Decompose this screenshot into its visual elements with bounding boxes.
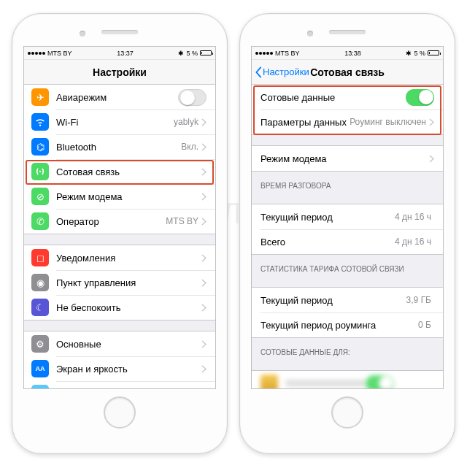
row-label: Оператор bbox=[56, 216, 166, 227]
cellular-icon bbox=[31, 163, 49, 180]
speaker-grill bbox=[329, 30, 366, 34]
signal-dots-icon bbox=[255, 52, 273, 55]
screen-left: MTS BY 13:37 ✱ 5 % Настройки ✈ Авиарежим bbox=[23, 46, 216, 389]
camera-dot bbox=[307, 31, 313, 37]
row-cellular[interactable]: Сотовая связь bbox=[24, 159, 215, 184]
row-label: Всего bbox=[260, 237, 395, 247]
hotspot-icon: ⊘ bbox=[31, 188, 49, 205]
cellular-data-toggle[interactable] bbox=[406, 89, 434, 106]
row-app-1[interactable] bbox=[252, 371, 443, 388]
display-icon: AA bbox=[31, 360, 49, 377]
group-header-cellular-apps: СОТОВЫЕ ДАННЫЕ ДЛЯ: bbox=[252, 338, 443, 360]
cellular-settings-list[interactable]: Сотовые данные Параметры данных Роуминг … bbox=[252, 85, 443, 388]
row-dnd[interactable]: ☾ Не беспокоить bbox=[24, 295, 215, 320]
settings-list[interactable]: ✈ Авиарежим Wi-Fi yablyk ⌬ Bluetooth Вкл… bbox=[24, 85, 215, 388]
bluetooth-icon: ✱ bbox=[178, 50, 184, 57]
chevron-right-icon bbox=[201, 168, 207, 176]
row-value: 3,9 ГБ bbox=[406, 295, 431, 305]
row-value: Вкл. bbox=[181, 142, 198, 152]
row-value: yablyk bbox=[174, 117, 198, 127]
row-general[interactable]: ⚙ Основные bbox=[24, 331, 215, 356]
bluetooth-icon: ✱ bbox=[406, 50, 412, 57]
chevron-right-icon bbox=[429, 118, 434, 126]
chevron-right-icon bbox=[201, 304, 207, 312]
row-lifetime-talk: Всего 4 дн 16 ч bbox=[252, 229, 443, 254]
status-bar: MTS BY 13:38 ✱ 5 % bbox=[252, 47, 443, 60]
moon-icon: ☾ bbox=[31, 299, 49, 316]
screen-right: MTS BY 13:38 ✱ 5 % Настройки Сотовая свя… bbox=[251, 46, 444, 389]
row-label: Wi-Fi bbox=[56, 117, 174, 128]
phone-right: MTS BY 13:38 ✱ 5 % Настройки Сотовая свя… bbox=[239, 13, 455, 454]
control-center-icon: ◉ bbox=[31, 274, 49, 291]
row-cellular-data[interactable]: Сотовые данные bbox=[252, 85, 443, 110]
row-label: Сотовая связь bbox=[56, 166, 201, 177]
chevron-right-icon bbox=[201, 340, 207, 348]
status-bar: MTS BY 13:37 ✱ 5 % bbox=[24, 47, 215, 60]
row-value: MTS BY bbox=[166, 216, 198, 226]
chevron-right-icon bbox=[201, 218, 207, 226]
battery-icon bbox=[200, 50, 212, 55]
row-hotspot[interactable]: ⊘ Режим модема bbox=[24, 184, 215, 209]
page-title: Настройки bbox=[93, 66, 147, 78]
chevron-right-icon bbox=[429, 155, 434, 163]
row-label: Уведомления bbox=[56, 253, 201, 264]
row-label bbox=[285, 380, 366, 387]
group-header-data-stats: СТАТИСТИКА ТАРИФА СОТОВОЙ СВЯЗИ bbox=[252, 255, 443, 277]
phone-icon: ✆ bbox=[31, 212, 49, 230]
row-current-period-roaming: Текущий период роуминга 0 Б bbox=[252, 312, 443, 337]
row-data-options[interactable]: Параметры данных Роуминг выключен bbox=[252, 110, 443, 134]
group-header-talk-time: ВРЕМЯ РАЗГОВОРА bbox=[252, 172, 443, 193]
battery-percent: 5 % bbox=[414, 50, 425, 57]
speaker-grill bbox=[101, 30, 138, 34]
chevron-right-icon bbox=[201, 279, 207, 287]
row-display[interactable]: AA Экран и яркость bbox=[24, 356, 215, 381]
battery-percent: 5 % bbox=[186, 50, 198, 57]
navbar: Настройки Сотовая связь bbox=[252, 60, 443, 85]
chevron-right-icon bbox=[201, 365, 207, 373]
row-label: Основные bbox=[56, 339, 201, 350]
row-wallpaper[interactable]: ✿ Обои bbox=[24, 381, 215, 388]
app-icon-blurred bbox=[260, 375, 278, 388]
carrier-label: MTS BY bbox=[47, 50, 72, 57]
airplane-toggle[interactable] bbox=[178, 89, 207, 106]
row-control-center[interactable]: ◉ Пункт управления bbox=[24, 270, 215, 295]
row-value: 4 дн 16 ч bbox=[395, 212, 431, 222]
row-notifications[interactable]: ◻ Уведомления bbox=[24, 245, 215, 270]
row-label: Обои bbox=[56, 388, 201, 389]
chevron-right-icon bbox=[201, 143, 207, 151]
row-airplane[interactable]: ✈ Авиарежим bbox=[24, 85, 215, 110]
row-current-period-data: Текущий период 3,9 ГБ bbox=[252, 288, 443, 312]
wifi-icon bbox=[31, 113, 49, 131]
row-label: Сотовые данные bbox=[260, 92, 406, 103]
row-label: Параметры данных bbox=[260, 117, 350, 128]
notifications-icon: ◻ bbox=[31, 249, 49, 266]
clock: 13:38 bbox=[344, 50, 361, 57]
clock: 13:37 bbox=[117, 50, 134, 57]
chevron-right-icon bbox=[201, 254, 207, 262]
camera-dot bbox=[80, 31, 85, 37]
chevron-right-icon bbox=[201, 118, 207, 126]
row-label: Bluetooth bbox=[56, 142, 181, 153]
row-wifi[interactable]: Wi-Fi yablyk bbox=[24, 110, 215, 134]
signal-dots-icon bbox=[28, 52, 45, 55]
app-toggle[interactable] bbox=[366, 375, 394, 389]
gear-icon: ⚙ bbox=[31, 335, 49, 353]
row-label: Экран и яркость bbox=[56, 364, 201, 375]
back-button[interactable]: Настройки bbox=[255, 66, 309, 78]
wallpaper-icon: ✿ bbox=[31, 385, 49, 388]
row-current-period-talk: Текущий период 4 дн 16 ч bbox=[252, 204, 443, 229]
battery-icon bbox=[428, 50, 439, 55]
row-label: Авиарежим bbox=[56, 92, 178, 103]
row-label: Текущий период роуминга bbox=[260, 320, 418, 331]
back-label: Настройки bbox=[263, 66, 309, 77]
row-bluetooth[interactable]: ⌬ Bluetooth Вкл. bbox=[24, 134, 215, 159]
row-label: Режим модема bbox=[260, 153, 429, 164]
row-personal-hotspot[interactable]: Режим модема bbox=[252, 146, 443, 171]
phones-side-by-side: MTS BY 13:37 ✱ 5 % Настройки ✈ Авиарежим bbox=[0, 0, 467, 454]
bluetooth-icon: ⌬ bbox=[31, 138, 49, 156]
home-button[interactable] bbox=[104, 396, 136, 429]
carrier-label: MTS BY bbox=[275, 50, 300, 57]
page-title: Сотовая связь bbox=[310, 66, 385, 78]
home-button[interactable] bbox=[331, 396, 363, 429]
row-carrier[interactable]: ✆ Оператор MTS BY bbox=[24, 209, 215, 234]
